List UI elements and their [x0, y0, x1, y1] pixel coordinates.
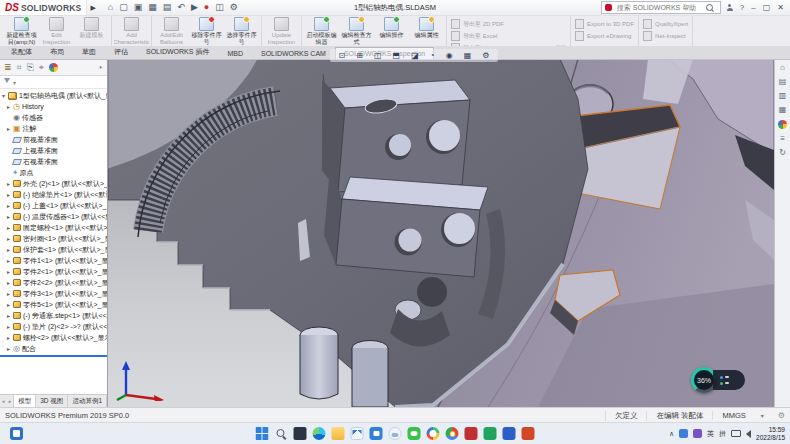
speaker-icon[interactable]: [746, 430, 751, 438]
ring-icon[interactable]: [427, 427, 440, 440]
display-manager-icon[interactable]: [49, 63, 58, 72]
appearances-scenes-icon[interactable]: [778, 120, 787, 129]
apply-scene-icon[interactable]: ▦: [464, 52, 472, 60]
reader-icon[interactable]: [465, 427, 478, 440]
word-icon[interactable]: [503, 427, 516, 440]
tab-模型[interactable]: 模型: [14, 395, 36, 407]
update-inspection-project-button[interactable]: Update Inspection Project: [264, 16, 299, 46]
tree-item[interactable]: ▸◷History: [0, 101, 107, 112]
design-library-icon[interactable]: ▤: [779, 78, 787, 86]
view-orientation-icon[interactable]: ⬒: [393, 52, 401, 60]
tab-布局[interactable]: 布局: [41, 44, 73, 59]
3d-model-canvas[interactable]: [108, 59, 774, 407]
more-tabs-icon[interactable]: ‣: [99, 63, 103, 72]
export-edrawing-button[interactable]: Export eDrawing: [575, 31, 634, 41]
search-icon[interactable]: [275, 427, 288, 440]
configuration-manager-icon[interactable]: ⎘: [27, 63, 34, 72]
home-icon[interactable]: ⌂: [108, 3, 113, 12]
tree-item[interactable]: ▸◎配合: [0, 343, 107, 354]
tab-solidworks-插件[interactable]: SOLIDWORKS 插件: [137, 44, 218, 59]
overlay-control-row[interactable]: [720, 382, 745, 385]
new-template-button[interactable]: 新建模板: [74, 16, 109, 46]
new-inspection-project-button[interactable]: 新建检查项目(amp;N): [4, 16, 39, 46]
zoom-area-icon[interactable]: ⊞: [356, 52, 363, 60]
graphics-viewport[interactable]: ⌂▤▥▦≡↻ 36%: [108, 59, 790, 407]
scroll-right-icon[interactable]: ▸: [9, 398, 12, 404]
taskview-icon[interactable]: [294, 427, 307, 440]
tree-item[interactable]: ▸(-) 旁通塞.step<1> (默认<<默认>_: [0, 310, 107, 321]
tree-item[interactable]: ▸外壳 (2)<1> (默认<<默认>_显示状态: [0, 178, 107, 189]
save-icon[interactable]: ▦: [148, 3, 157, 12]
tab-solidworks-cam[interactable]: SOLIDWORKS CAM: [252, 47, 335, 59]
tree-item[interactable]: ◉传感器: [0, 112, 107, 123]
featuremanager-tree-icon[interactable]: ≣: [4, 63, 12, 72]
edit-inspection-project-button[interactable]: Edit Inspection Project: [39, 16, 74, 46]
dimxpert-manager-icon[interactable]: ⌖: [39, 63, 44, 72]
view-settings-icon[interactable]: ⚙: [482, 52, 489, 60]
network-icon[interactable]: [731, 430, 741, 437]
export-excel-button[interactable]: 导出至 Excel: [451, 31, 566, 41]
new-document-icon[interactable]: ▢: [119, 3, 128, 12]
edge-icon[interactable]: [313, 427, 326, 440]
edit-appearance-icon[interactable]: ◉: [446, 52, 453, 60]
hide-show-items-icon[interactable]: ◔: [430, 52, 435, 60]
search-input[interactable]: [615, 3, 703, 12]
file-properties-icon[interactable]: ◫: [215, 3, 224, 12]
tree-item[interactable]: ⌖原点: [0, 167, 107, 178]
undo-icon[interactable]: ↶: [177, 3, 185, 12]
ppt-icon[interactable]: [522, 427, 535, 440]
tree-item[interactable]: ▸密封圈<1> (默认<<默认>_显示状态: [0, 233, 107, 244]
tree-item[interactable]: 右视基准面: [0, 156, 107, 167]
chrome-icon[interactable]: [446, 427, 459, 440]
qualityxpert-button[interactable]: QualityXpert: [643, 19, 688, 29]
language-indicator[interactable]: 英: [707, 429, 714, 439]
rollback-bar[interactable]: [0, 355, 107, 357]
wechat-icon[interactable]: [408, 427, 421, 440]
export-2d-pdf-button[interactable]: 导出至 2D PDF: [451, 19, 566, 29]
help-button[interactable]: ?: [740, 3, 744, 12]
add-characteristic-button[interactable]: Add Characteristic: [114, 16, 149, 46]
custom-properties-icon[interactable]: ≡: [780, 135, 785, 143]
tab-运动算例1[interactable]: 运动算例1: [68, 395, 107, 407]
tab-mbd[interactable]: MBD: [218, 47, 252, 59]
launch-template-editor-button[interactable]: 启动模板编辑器: [304, 16, 339, 46]
tree-item[interactable]: ▸螺栓<2> (默认<<默认>_显示状态: [0, 332, 107, 343]
tree-item[interactable]: 前视基准面: [0, 134, 107, 145]
help-search-box[interactable]: [601, 1, 721, 14]
section-view-icon[interactable]: ◫: [374, 52, 382, 60]
export-3d-pdf-button[interactable]: Export to 3D PDF: [575, 19, 634, 29]
add-edit-balloons-button[interactable]: Add/Edit Balloons: [154, 16, 189, 46]
rebuild-icon[interactable]: ●: [204, 3, 209, 12]
tray-overflow-icon[interactable]: ∧: [669, 430, 674, 438]
display-style-icon[interactable]: ◪: [411, 52, 419, 60]
tree-item[interactable]: ▸零件2<2> (默认<<默认>_显示状态: [0, 277, 107, 288]
tree-item[interactable]: ▸(-) 上盖<1> (默认<<默认>_显示状态: [0, 200, 107, 211]
tree-item[interactable]: ▸(-) 温度传感器<1> (默认<<默认>_显: [0, 211, 107, 222]
tree-item[interactable]: ▸(-) 垫片 (2)<2> ->? (默认<<默认>_: [0, 321, 107, 332]
file-explorer-icon[interactable]: ▥: [779, 92, 787, 100]
tree-item[interactable]: ▸零件3<1> (默认<<默认>_显示状态: [0, 288, 107, 299]
tree-item[interactable]: ▸零件2<1> (默认<<默认>_显示状态: [0, 266, 107, 277]
restore-button[interactable]: ▢: [763, 3, 771, 12]
close-button[interactable]: ✕: [777, 3, 784, 12]
zoom-overlay-widget[interactable]: 36%: [691, 367, 745, 393]
cloud-icon[interactable]: [389, 427, 402, 440]
overlay-controls[interactable]: [713, 370, 745, 390]
tray-app-blue-icon[interactable]: [679, 429, 688, 438]
help-globe-icon[interactable]: ⚙: [770, 411, 785, 420]
ime-indicator[interactable]: 拼: [719, 429, 726, 439]
unit-caret-icon[interactable]: ▾: [755, 412, 770, 419]
win-icon[interactable]: [256, 427, 269, 440]
tab-装配体[interactable]: 装配体: [2, 44, 41, 59]
print-icon[interactable]: ▤: [163, 3, 172, 12]
scroll-left-icon[interactable]: ◂: [2, 398, 5, 404]
sheets-icon[interactable]: [484, 427, 497, 440]
pinned-app-icon[interactable]: [10, 427, 23, 440]
tray-app-purple-icon[interactable]: [693, 429, 702, 438]
folder-icon[interactable]: [332, 427, 345, 440]
forum-icon[interactable]: ↻: [779, 149, 786, 157]
minimize-button[interactable]: –: [751, 3, 755, 12]
zoom-fit-icon[interactable]: ⊡: [339, 52, 346, 60]
view-palette-icon[interactable]: ▦: [779, 106, 787, 114]
search-icon[interactable]: [706, 4, 713, 11]
